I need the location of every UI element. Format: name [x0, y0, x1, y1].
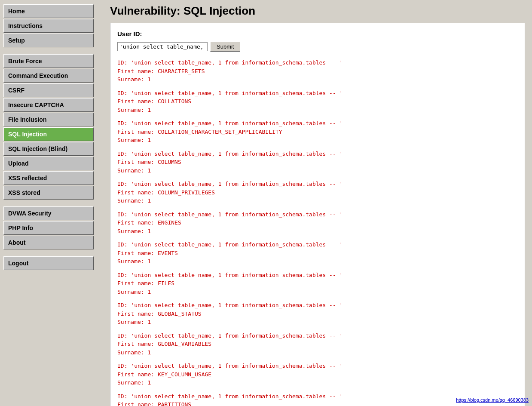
sidebar-item-insecure-captcha[interactable]: Insecure CAPTCHA — [3, 98, 94, 112]
sidebar-item-php-info[interactable]: PHP Info — [3, 221, 94, 235]
sidebar-item-csrf[interactable]: CSRF — [3, 83, 94, 97]
sidebar-item-dvwa-security[interactable]: DVWA Security — [3, 206, 94, 220]
result-surname-line: Surname: 1 — [117, 166, 518, 175]
result-block: ID: 'union select table_name, 1 from inf… — [117, 362, 518, 387]
result-name-line: First name: GLOBAL_STATUS — [117, 310, 518, 318]
result-name-line: First name: COLUMNS — [117, 158, 518, 166]
result-block: ID: 'union select table_name, 1 from inf… — [117, 332, 518, 357]
result-name-line: First name: EVENTS — [117, 249, 518, 258]
result-name-line: First name: GLOBAL_VARIABLES — [117, 340, 518, 348]
result-id-line: ID: 'union select table_name, 1 from inf… — [117, 301, 518, 310]
result-surname-line: Surname: 1 — [117, 197, 518, 205]
results-container: ID: 'union select table_name, 1 from inf… — [117, 58, 518, 406]
footer-link[interactable]: https://blog.csdn.me/qq_46690383 — [456, 397, 529, 403]
sidebar-item-xss-stored[interactable]: XSS stored — [3, 186, 94, 200]
sidebar-item-brute-force[interactable]: Brute Force — [3, 54, 94, 68]
sidebar-item-sql-injection-blind[interactable]: SQL Injection (Blind) — [3, 142, 94, 156]
result-surname-line: Surname: 1 — [117, 378, 518, 387]
result-surname-line: Surname: 1 — [117, 106, 518, 114]
content-box: User ID: Submit ID: 'union select table_… — [110, 23, 525, 406]
result-block: ID: 'union select table_name, 1 from inf… — [117, 150, 518, 175]
result-name-line: First name: ENGINES — [117, 218, 518, 227]
sidebar-item-command-execution[interactable]: Command Execution — [3, 69, 94, 83]
result-id-line: ID: 'union select table_name, 1 from inf… — [117, 150, 518, 158]
result-block: ID: 'union select table_name, 1 from inf… — [117, 89, 518, 114]
result-id-line: ID: 'union select table_name, 1 from inf… — [117, 210, 518, 219]
result-id-line: ID: 'union select table_name, 1 from inf… — [117, 89, 518, 98]
result-block: ID: 'union select table_name, 1 from inf… — [117, 210, 518, 236]
result-surname-line: Surname: 1 — [117, 318, 518, 326]
result-name-line: First name: CHARACTER_SETS — [117, 67, 518, 76]
result-name-line: First name: FILES — [117, 279, 518, 288]
result-id-line: ID: 'union select table_name, 1 from inf… — [117, 271, 518, 280]
sidebar-item-upload[interactable]: Upload — [3, 157, 94, 170]
result-id-line: ID: 'union select table_name, 1 from inf… — [117, 119, 518, 128]
result-surname-line: Surname: 1 — [117, 257, 518, 266]
result-block: ID: 'union select table_name, 1 from inf… — [117, 180, 518, 205]
result-surname-line: Surname: 1 — [117, 348, 518, 357]
result-surname-line: Surname: 1 — [117, 136, 518, 145]
user-id-label: User ID: — [117, 30, 518, 37]
result-block: ID: 'union select table_name, 1 from inf… — [117, 301, 518, 326]
result-block: ID: 'union select table_name, 1 from inf… — [117, 58, 518, 84]
sidebar-item-setup[interactable]: Setup — [3, 34, 94, 47]
sidebar-item-instructions[interactable]: Instructions — [3, 19, 94, 33]
result-block: ID: 'union select table_name, 1 from inf… — [117, 240, 518, 266]
input-row: Submit — [117, 42, 518, 52]
sidebar-item-file-inclusion[interactable]: File Inclusion — [3, 113, 94, 126]
submit-button[interactable]: Submit — [210, 42, 240, 52]
result-name-line: First name: KEY_COLUMN_USAGE — [117, 370, 518, 379]
sidebar-item-home[interactable]: Home — [3, 4, 94, 18]
result-id-line: ID: 'union select table_name, 1 from inf… — [117, 58, 518, 67]
user-id-input[interactable] — [117, 42, 208, 51]
sidebar-item-xss-reflected[interactable]: XSS reflected — [3, 171, 94, 185]
result-block: ID: 'union select table_name, 1 from inf… — [117, 271, 518, 296]
result-block: ID: 'union select table_name, 1 from inf… — [117, 119, 518, 145]
sidebar-item-logout[interactable]: Logout — [3, 256, 94, 270]
page-title: Vulnerability: SQL Injection — [110, 4, 525, 18]
result-id-line: ID: 'union select table_name, 1 from inf… — [117, 362, 518, 370]
result-id-line: ID: 'union select table_name, 1 from inf… — [117, 180, 518, 188]
result-name-line: First name: COLLATIONS — [117, 97, 518, 106]
main-content: Vulnerability: SQL Injection User ID: Su… — [103, 0, 532, 406]
result-name-line: First name: COLUMN_PRIVILEGES — [117, 188, 518, 197]
result-surname-line: Surname: 1 — [117, 75, 518, 84]
sidebar: Home Instructions Setup Brute Force Comm… — [0, 0, 103, 406]
result-name-line: First name: COLLATION_CHARACTER_SET_APPL… — [117, 128, 518, 136]
result-surname-line: Surname: 1 — [117, 288, 518, 296]
sidebar-item-sql-injection[interactable]: SQL Injection — [3, 127, 94, 141]
result-id-line: ID: 'union select table_name, 1 from inf… — [117, 240, 518, 249]
sidebar-item-about[interactable]: About — [3, 236, 94, 249]
result-id-line: ID: 'union select table_name, 1 from inf… — [117, 332, 518, 340]
result-surname-line: Surname: 1 — [117, 227, 518, 236]
